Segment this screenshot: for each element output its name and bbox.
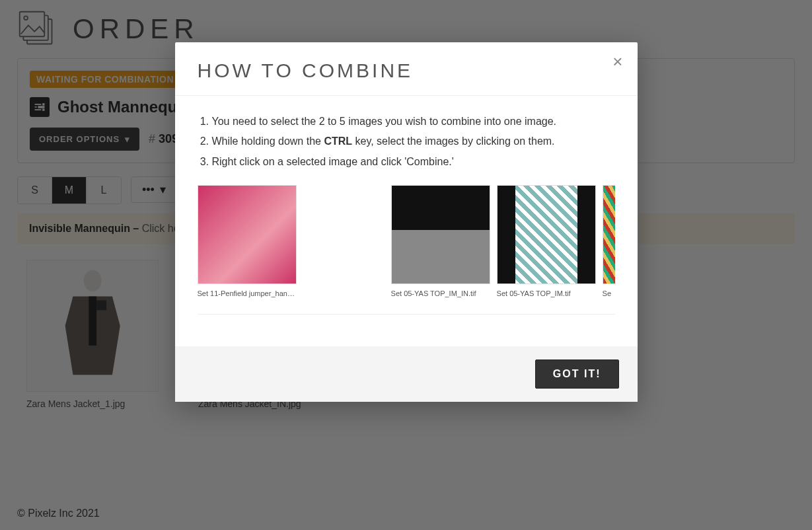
step-text: You need to select the 2 to 5 images you… bbox=[212, 116, 557, 127]
step-text: Right click on a selected image and clic… bbox=[212, 156, 454, 167]
example-thumb bbox=[603, 185, 615, 284]
step-bold: CTRL bbox=[324, 135, 352, 147]
example-label: Set 05-YAS TOP_IM_IN.tif bbox=[391, 287, 490, 301]
example-item: Se bbox=[603, 185, 615, 301]
modal-overlay: HOW TO COMBINE × You need to select the … bbox=[0, 0, 812, 530]
instruction-step: You need to select the 2 to 5 images you… bbox=[212, 112, 615, 132]
example-thumb bbox=[198, 185, 297, 284]
instruction-step: Right click on a selected image and clic… bbox=[212, 152, 615, 172]
modal-close-button[interactable]: × bbox=[612, 53, 622, 70]
example-item: Set 05-YAS TOP_IM_IN.tif bbox=[391, 185, 490, 301]
example-item: Set 05-YAS TOP_IM.tif bbox=[497, 185, 596, 301]
example-thumb bbox=[497, 185, 596, 284]
instruction-step: While holding down the CTRL key, select … bbox=[212, 132, 615, 151]
step-text: key, select the images by clicking on th… bbox=[352, 135, 555, 147]
example-thumb bbox=[391, 185, 490, 284]
example-label: Se bbox=[603, 287, 615, 301]
step-text: While holding down the bbox=[212, 135, 324, 147]
instruction-list: You need to select the 2 to 5 images you… bbox=[198, 112, 615, 172]
close-icon: × bbox=[612, 52, 622, 71]
modal-title: HOW TO COMBINE bbox=[198, 59, 615, 82]
how-to-combine-modal: HOW TO COMBINE × You need to select the … bbox=[175, 42, 638, 402]
example-label: Set 11-Penfield jumper_hangin… bbox=[198, 287, 297, 301]
got-it-button[interactable]: GOT IT! bbox=[535, 360, 619, 389]
example-item: Set 11-Penfield jumper_hangin… bbox=[198, 185, 297, 301]
example-strip: Set 11-Penfield jumper_hangin… Set 05-YA… bbox=[198, 185, 615, 315]
example-label: Set 05-YAS TOP_IM.tif bbox=[497, 287, 596, 301]
